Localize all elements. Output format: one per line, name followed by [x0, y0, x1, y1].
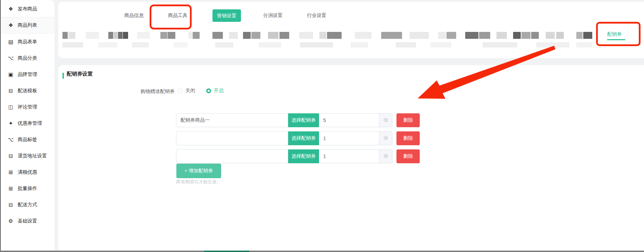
coupon-row: 选择配销券 张 删除	[176, 113, 420, 127]
redacted-text-block	[479, 32, 490, 39]
tab-label: 分润设置	[263, 12, 283, 18]
radio-option-off[interactable]: 关闭	[178, 88, 195, 94]
radio-circle-icon	[206, 88, 211, 93]
delete-button[interactable]: 删除	[396, 131, 420, 145]
quantity-input[interactable]	[319, 114, 379, 127]
redacted-text-block	[576, 42, 592, 47]
redacted-text-block	[259, 42, 281, 47]
tab-bar: 商品信息 商品工具 营销设置 分润设置 行业设置	[58, 2, 644, 58]
redacted-text-block	[536, 42, 569, 47]
redacted-text-block	[118, 32, 123, 39]
sidebar-item-coupon-management[interactable]: ✦ 优惠券管理	[1, 115, 55, 131]
redacted-text-block	[137, 32, 150, 39]
sidebar-item-product-form[interactable]: ▤ 商品表单	[1, 34, 55, 50]
delete-button[interactable]: 删除	[396, 149, 420, 163]
add-coupon-button[interactable]: + 增加配销券	[176, 164, 221, 178]
sidebar-item-product-tags[interactable]: ⌥ 商品标签	[1, 131, 55, 148]
redacted-text-block	[243, 32, 251, 39]
sidebar-item-label: 满额优惠	[18, 169, 37, 175]
review-management-icon: ◫	[8, 104, 14, 110]
redacted-text-block	[268, 32, 278, 39]
redacted-text-block	[251, 32, 260, 39]
sidebar-item-label: 基础设置	[18, 218, 37, 224]
redacted-text-block	[174, 42, 187, 47]
subnav-tab-distribution-coupon[interactable]: 配销券	[607, 31, 622, 37]
redacted-text-block	[299, 32, 313, 39]
radio-option-label: 关闭	[185, 88, 195, 94]
product-list-icon: ❖	[8, 22, 14, 28]
sidebar-item-return-address-settings[interactable]: ⊟ 退货地址设置	[1, 148, 55, 164]
gift-coupon-label: 购物赠送配销券	[126, 88, 175, 95]
tab-profit-settings[interactable]: 分润设置	[263, 12, 283, 19]
quantity-input[interactable]	[319, 132, 379, 145]
sidebar-item-product-list[interactable]: ❖ 商品列表	[1, 17, 55, 34]
select-coupon-button[interactable]: 选择配销券	[288, 113, 319, 127]
redacted-text-block	[546, 32, 555, 39]
gift-coupon-radio-group: 关闭 开启	[178, 88, 224, 94]
redacted-text-block	[410, 32, 429, 39]
background-window-strip	[0, 251, 644, 252]
sidebar-item-publish-product[interactable]: ❖ 发布商品	[1, 1, 55, 17]
redacted-text-block	[355, 32, 371, 39]
coupon-row: 选择配销券 张 删除	[176, 131, 420, 145]
full-amount-discount-icon: ⊞	[8, 169, 14, 175]
redacted-text-block	[556, 32, 564, 39]
admin-page: ❖ 发布商品 ❖ 商品列表 ▤ 商品表单 ⌥ 商品分类 ▣ 品牌管理 ⊟ 配送模…	[0, 0, 644, 252]
sidebar-item-delivery-template[interactable]: ⊟ 配送模板	[1, 82, 55, 99]
select-coupon-button[interactable]: 选择配销券	[288, 149, 319, 163]
tab-product-info[interactable]: 商品信息	[124, 12, 144, 19]
coupon-product-input[interactable]	[176, 131, 288, 145]
active-tab-underline	[607, 39, 625, 40]
sidebar-item-basic-settings[interactable]: ⚙ 基础设置	[1, 213, 55, 229]
redacted-text-block	[68, 32, 75, 39]
redacted-text-block	[351, 42, 368, 47]
redacted-text-block	[381, 32, 402, 39]
sidebar-item-brand-management[interactable]: ▣ 品牌管理	[1, 66, 55, 82]
redacted-text-block	[279, 32, 289, 39]
quantity-group: 张	[319, 149, 392, 163]
sidebar-item-batch-operations[interactable]: ⊞ 批量操作	[1, 180, 55, 197]
coupon-product-input[interactable]	[176, 149, 288, 163]
sidebar-item-product-category[interactable]: ⌥ 商品分类	[1, 50, 55, 66]
redacted-text-block	[132, 42, 149, 47]
redacted-text-block	[327, 32, 342, 39]
sidebar-item-delivery-method[interactable]: ⊟ 配送方式	[1, 197, 55, 213]
tab-industry-settings[interactable]: 行业设置	[307, 12, 326, 19]
redacted-text-block	[108, 32, 113, 39]
redacted-text-block	[300, 42, 333, 47]
redacted-text-block	[465, 32, 478, 39]
basic-settings-icon: ⚙	[8, 218, 14, 224]
sidebar-item-label: 优惠券管理	[18, 120, 42, 127]
unit-suffix: 张	[379, 150, 392, 163]
redacted-text-block	[212, 32, 223, 39]
coupon-product-input[interactable]	[176, 113, 288, 127]
radio-option-on[interactable]: 开启	[206, 88, 224, 94]
tab-marketing-settings[interactable]: 营销设置	[212, 9, 241, 22]
select-coupon-button[interactable]: 选择配销券	[288, 131, 319, 145]
quantity-input[interactable]	[319, 150, 379, 163]
product-form-icon: ▤	[8, 39, 14, 45]
sidebar-item-label: 商品表单	[18, 39, 37, 45]
section-title: 配销券设置	[67, 71, 93, 77]
redacted-text-block	[396, 42, 416, 47]
redacted-text-block	[483, 42, 517, 47]
top-nav-panel: 商品信息 商品工具 营销设置 分润设置 行业设置	[58, 2, 644, 58]
sidebar-item-review-management[interactable]: ◫ 评论管理	[1, 99, 55, 115]
brand-management-icon: ▣	[8, 71, 14, 78]
redacted-text-block	[531, 32, 539, 39]
tab-product-tools[interactable]: 商品工具	[168, 12, 187, 19]
redacted-text-block	[583, 32, 592, 39]
coupon-management-icon: ✦	[8, 120, 14, 127]
redacted-text-block	[446, 32, 456, 39]
redacted-text-block	[62, 32, 68, 39]
coupon-row: 选择配销券 张 删除	[176, 149, 420, 163]
redacted-text-block	[123, 32, 128, 39]
delete-button[interactable]: 删除	[396, 113, 420, 127]
sidebar-item-full-amount-discount[interactable]: ⊞ 满额优惠	[1, 164, 55, 180]
redacted-text-block	[189, 32, 192, 39]
product-category-icon: ⌥	[8, 55, 14, 61]
sidebar-item-label: 品牌管理	[18, 71, 37, 78]
section-accent-bar	[62, 73, 64, 79]
batch-operations-icon: ⊞	[8, 185, 14, 192]
tab-label: 商品工具	[168, 12, 187, 18]
